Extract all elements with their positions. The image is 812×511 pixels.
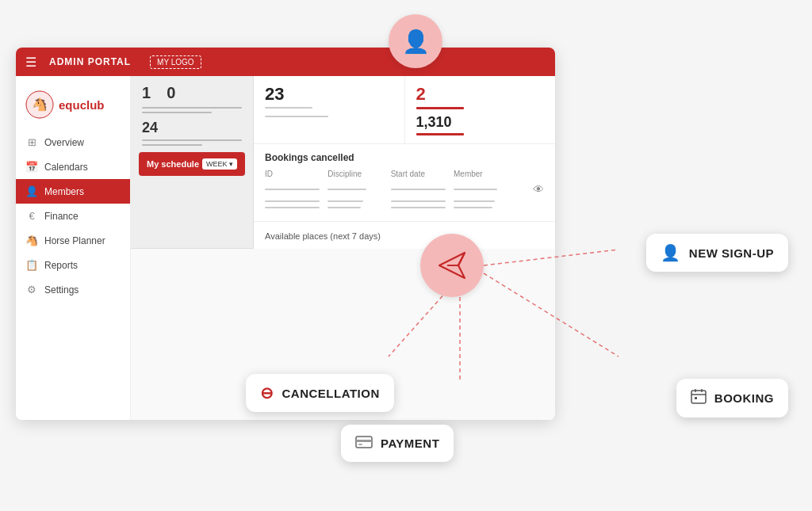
sidebar-item-overview[interactable]: ⊞ Overview: [16, 130, 130, 154]
stat-col-right: 2 1,310: [405, 76, 556, 143]
sidebar-item-label-finance: Finance: [44, 211, 79, 222]
hamburger-icon[interactable]: ☰: [25, 55, 36, 70]
table-row: [265, 207, 544, 208]
new-signup-notification[interactable]: 👤 NEW SIGN-UP: [646, 234, 788, 272]
bookings-title: Bookings cancelled: [265, 152, 544, 163]
sidebar-item-label-horse-planner: Horse Planner: [44, 235, 105, 246]
content-area: 1 0 24 My schedule: [131, 76, 555, 420]
booking-label: BOOKING: [714, 391, 774, 405]
plane-bubble: [420, 234, 484, 297]
schedule-line-1: [142, 107, 242, 109]
stat-line-red2: [416, 133, 464, 135]
settings-icon: ⚙: [25, 284, 38, 296]
sidebar-item-members[interactable]: 👤 Members: [16, 179, 130, 204]
available-section: Available places (next 7 days): [254, 221, 555, 249]
plane-icon: [436, 250, 468, 281]
stat-line-left2: [265, 116, 328, 117]
stat-col-left: 23: [254, 76, 405, 143]
payment-notification[interactable]: PAYMENT: [341, 425, 454, 462]
table-row: 👁: [265, 183, 544, 196]
col-header-action: [516, 170, 544, 178]
cell-id-2: [265, 200, 320, 202]
booking-icon: [691, 388, 707, 408]
sidebar-item-label-overview: Overview: [44, 137, 84, 148]
available-label: Available places (next 7 days): [265, 231, 381, 241]
logo-badge[interactable]: MY LOGO: [150, 55, 201, 69]
cell-member-2: [454, 200, 508, 202]
cancellation-icon: ⊖: [260, 383, 274, 402]
schedule-bar-label: My schedule: [147, 159, 199, 169]
calendars-icon: 📅: [25, 161, 38, 173]
stats-right: 23 2 1,310: [254, 76, 555, 249]
bookings-section: Bookings cancelled ID Discipline Start d…: [254, 144, 555, 221]
cell-disc-1: [327, 189, 382, 190]
schedule-numbers: 1 0: [131, 76, 253, 107]
top-bar: ☰ ADMIN PORTAL MY LOGO: [16, 48, 555, 76]
col-header-discipline: Discipline: [327, 170, 382, 178]
cell-start-2: [391, 200, 446, 202]
cancellation-notification[interactable]: ⊖ CANCELLATION: [246, 374, 394, 412]
schedule-line-2: [142, 112, 212, 113]
col-header-start: Start date: [391, 170, 446, 178]
bookings-table: ID Discipline Start date Member: [265, 170, 544, 208]
person-avatar-bubble: 👤: [389, 14, 442, 68]
schedule-line-3: [142, 139, 242, 141]
eye-icon-1[interactable]: 👁: [516, 183, 544, 196]
stats-top: 23 2 1,310: [254, 76, 555, 144]
payment-icon: [355, 434, 373, 452]
col-header-member: Member: [454, 170, 508, 178]
sidebar-logo: 🐴 equclub: [16, 84, 130, 130]
cell-member-1: [454, 189, 508, 190]
reports-icon: 📋: [25, 259, 38, 271]
horse-planner-icon: 🐴: [25, 235, 38, 246]
cell-member-3: [454, 207, 508, 208]
cell-id-3: [265, 207, 320, 208]
overview-icon: ⊞: [25, 136, 38, 148]
cell-start-1: [391, 189, 446, 190]
stats-row: 1 0 24 My schedule: [131, 76, 555, 249]
new-signup-label: NEW SIGN-UP: [689, 246, 774, 260]
payment-label: PAYMENT: [381, 437, 439, 450]
table-header: ID Discipline Start date Member: [265, 170, 544, 178]
schedule-num-2: 0: [167, 84, 175, 102]
sidebar-logo-text: equclub: [59, 98, 105, 112]
schedule-num-3: 24: [142, 120, 158, 135]
sidebar-item-label-members: Members: [44, 186, 84, 197]
schedule-lines-2: [131, 139, 253, 146]
schedule-num-1: 1: [142, 84, 151, 102]
cancellation-label: CANCELLATION: [282, 387, 380, 400]
cell-id-1: [265, 189, 320, 190]
dashboard-window: ☰ ADMIN PORTAL MY LOGO 🐴 equclub ⊞ Overv…: [16, 48, 555, 420]
signup-icon: 👤: [661, 243, 681, 262]
sidebar-item-label-settings: Settings: [44, 284, 79, 296]
sidebar-item-calendars[interactable]: 📅 Calendars: [16, 154, 130, 179]
sidebar-item-label-reports: Reports: [44, 260, 78, 271]
svg-rect-8: [356, 440, 372, 442]
sidebar-logo-image: 🐴: [25, 90, 54, 119]
sidebar: 🐴 equclub ⊞ Overview 📅 Calendars 👤 Membe…: [16, 76, 131, 420]
schedule-red-bar: My schedule WEEK ▾: [139, 152, 245, 176]
sidebar-item-reports[interactable]: 📋 Reports: [16, 253, 130, 277]
finance-icon: €: [25, 210, 38, 222]
admin-portal-label: ADMIN PORTAL: [49, 56, 131, 67]
svg-rect-14: [695, 397, 697, 399]
svg-text:🐴: 🐴: [32, 97, 48, 112]
booking-notification[interactable]: BOOKING: [676, 379, 788, 418]
cell-start-3: [391, 207, 446, 208]
sidebar-item-settings[interactable]: ⚙ Settings: [16, 277, 130, 302]
members-icon: 👤: [25, 185, 38, 197]
sidebar-item-label-calendars: Calendars: [44, 162, 88, 173]
sidebar-item-finance[interactable]: € Finance: [16, 204, 130, 228]
stat-value-right: 2: [416, 84, 545, 105]
svg-rect-9: [358, 444, 362, 445]
person-icon: 👤: [402, 29, 430, 55]
schedule-line-4: [142, 144, 202, 146]
stat-value-left: 23: [265, 84, 393, 105]
sidebar-item-horse-planner[interactable]: 🐴 Horse Planner: [16, 228, 130, 253]
col-header-id: ID: [265, 170, 320, 178]
table-row: [265, 200, 544, 202]
cell-disc-3: [327, 207, 382, 208]
week-selector[interactable]: WEEK ▾: [202, 158, 237, 170]
schedule-lines: [131, 107, 253, 113]
schedule-panel: 1 0 24 My schedule: [131, 76, 254, 249]
